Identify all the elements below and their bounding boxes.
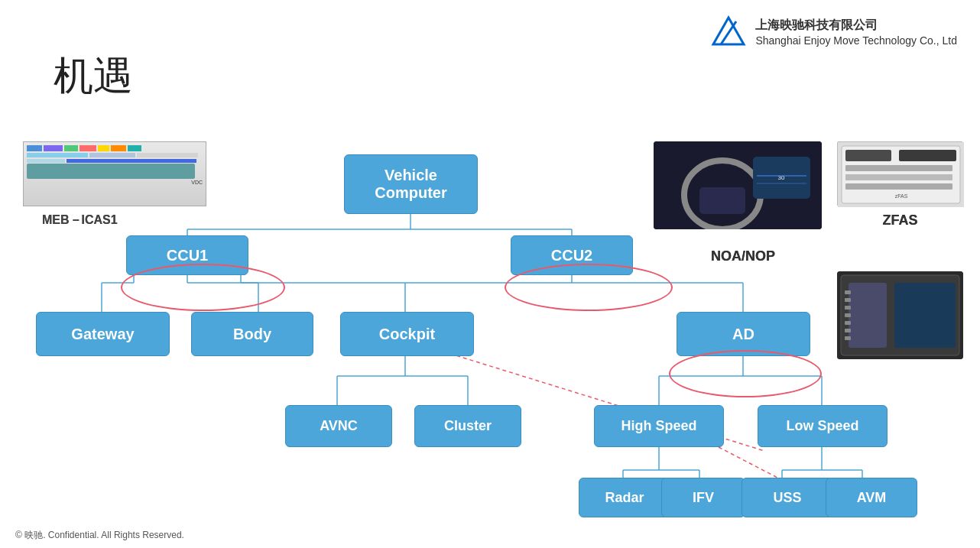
page-title: 机遇 [54, 50, 133, 103]
ifv-box: IFV [661, 478, 745, 517]
zfas-label: ZFAS [837, 212, 963, 229]
logo-area: 上海映驰科技有限公司 Shanghai Enjoy Move Technolog… [709, 14, 957, 52]
noa-image: 30 [654, 141, 822, 229]
footer-text: © 映驰. Confidential. All Rights Reserved. [15, 529, 184, 542]
cockpit-box: Cockpit [340, 312, 474, 356]
zfas2-image [837, 271, 963, 359]
svg-rect-24 [845, 313, 851, 317]
ad-box: AD [677, 312, 810, 356]
svg-rect-14 [845, 174, 952, 180]
high-speed-box: High Speed [594, 405, 724, 447]
vehicle-computer-box: Vehicle Computer [344, 154, 478, 214]
company-logo-icon [709, 14, 748, 52]
cluster-box: Cluster [414, 405, 521, 447]
oval-ad [669, 350, 822, 397]
svg-rect-13 [845, 165, 952, 171]
svg-rect-4 [699, 187, 745, 214]
svg-rect-23 [845, 306, 851, 310]
company-name: 上海映驰科技有限公司 Shanghai Enjoy Move Technolog… [755, 17, 957, 49]
ccu2-box: CCU2 [511, 235, 633, 275]
low-speed-box: Low Speed [758, 405, 888, 447]
svg-rect-21 [845, 290, 851, 294]
svg-rect-12 [899, 150, 956, 161]
svg-rect-19 [849, 283, 887, 348]
svg-rect-25 [845, 321, 851, 325]
radar-box: Radar [579, 478, 670, 517]
svg-rect-20 [894, 283, 956, 348]
svg-text:30: 30 [778, 174, 785, 181]
avnc-box: AVNC [285, 405, 392, 447]
svg-rect-27 [845, 336, 851, 340]
body-box: Body [191, 312, 313, 356]
svg-rect-22 [845, 298, 851, 302]
uss-box: USS [741, 478, 833, 517]
zfas-top-image: zFAS [837, 141, 963, 206]
svg-rect-15 [845, 183, 952, 190]
svg-text:zFAS: zFAS [895, 193, 908, 199]
svg-rect-26 [845, 329, 851, 332]
ccu1-box: CCU1 [126, 235, 248, 275]
meb-image: VDC [23, 141, 206, 206]
svg-rect-11 [845, 150, 891, 161]
meb-label: MEB－ICAS1 [42, 212, 118, 229]
noa-label: NOA/NOP [711, 248, 775, 264]
avm-box: AVM [826, 478, 917, 517]
gateway-box: Gateway [36, 312, 170, 356]
